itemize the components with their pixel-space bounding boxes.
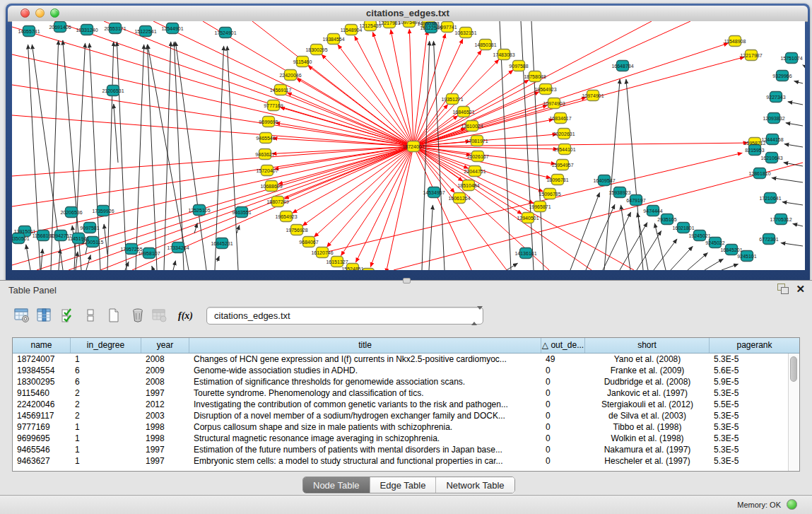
table-row[interactable]: 1938455462009Genome-wide association stu… xyxy=(13,365,799,376)
graph-edge xyxy=(370,146,413,267)
close-panel-icon[interactable]: ✕ xyxy=(796,284,805,294)
graph-node-label: 12217981 xyxy=(378,21,400,25)
graph-node-label: 8215953 xyxy=(745,148,764,153)
table-vertical-scrollbar[interactable] xyxy=(788,354,799,471)
network-graph: 1872400719384554183002959115460224200461… xyxy=(12,21,805,270)
graph-node-label: 15524851 xyxy=(341,267,363,271)
cell-pagerank: 5.3E-5 xyxy=(710,444,780,455)
graph-node-label: 16409547 xyxy=(593,178,615,183)
column-header-name[interactable]: name xyxy=(13,338,71,353)
column-header-pagerank[interactable]: pagerank xyxy=(710,338,799,353)
graph-node-label: 9329966 xyxy=(772,74,792,78)
table-row[interactable]: 1872400712008Changes of HCN gene express… xyxy=(13,354,799,365)
graph-node-label: 18096781 xyxy=(546,177,568,182)
create-column-icon[interactable] xyxy=(105,306,123,325)
table-type-tabs: Node TableEdge TableNetwork Table xyxy=(302,477,515,493)
cell-pagerank: 5.3E-5 xyxy=(710,455,780,467)
graph-node-label: 9463551 xyxy=(232,210,251,215)
column-header-short[interactable]: short xyxy=(585,338,710,353)
tab-node-table[interactable]: Node Table xyxy=(303,477,370,493)
graph-edge xyxy=(41,249,42,270)
graph-node-label: 16210643 xyxy=(760,156,782,160)
cell-name: 9465546 xyxy=(13,444,71,455)
cell-out_degree: 0 xyxy=(541,365,585,376)
graph-node-label: 10688609 xyxy=(260,184,282,189)
tab-edge-table[interactable]: Edge Table xyxy=(370,477,437,493)
select-all-columns-icon[interactable] xyxy=(59,306,78,325)
graph-node-label: 16834617 xyxy=(549,116,571,121)
graph-edge xyxy=(521,21,534,270)
graph-edge xyxy=(12,115,413,146)
graph-node-label: 14534957 xyxy=(423,190,445,195)
cell-out_degree: 0 xyxy=(541,376,585,387)
graph-node-label: 18807249 xyxy=(266,199,288,204)
network-view-window: citations_edges.txt 18724007193845541830… xyxy=(6,4,810,281)
cell-title: Estimation of significance thresholds fo… xyxy=(189,376,541,387)
table-row[interactable]: 969969511998Structural magnetic resonanc… xyxy=(13,433,799,444)
graph-node-label: 22420046 xyxy=(279,73,301,78)
graph-node-label: 15751074 xyxy=(780,56,802,61)
graph-node-label: 16120746 xyxy=(311,250,333,255)
table-row[interactable]: 977716911998Corpus callosum shape and si… xyxy=(13,421,799,433)
graph-node-label: 16151327 xyxy=(326,259,348,264)
graph-edge xyxy=(705,259,723,270)
table-row[interactable]: 946362711997Embryonic stem cells: a mode… xyxy=(13,455,799,467)
graph-node-label: 11548908 xyxy=(724,39,746,44)
graph-edge xyxy=(175,42,206,270)
table-row[interactable]: 2242004622012Investigating the contribut… xyxy=(13,399,799,410)
network-window-titlebar[interactable]: citations_edges.txt xyxy=(8,6,808,22)
graph-node-label: 14136141 xyxy=(514,251,536,256)
graph-node-label: 16026167 xyxy=(466,154,488,159)
function-builder-icon[interactable]: f(x) xyxy=(175,306,194,325)
tab-network-table[interactable]: Network Table xyxy=(436,477,514,493)
scrollbar-thumb[interactable] xyxy=(790,356,797,382)
table-selector-dropdown[interactable]: citations_edges.txt xyxy=(206,307,483,325)
memory-ok-indicator[interactable] xyxy=(787,499,797,510)
cell-short: Franke et al. (2009) xyxy=(585,365,710,376)
graph-node-label: 10974901 xyxy=(582,93,604,98)
unselect-all-columns-icon[interactable] xyxy=(81,306,100,325)
cell-pagerank: 5.9E-5 xyxy=(710,376,780,387)
float-window-icon[interactable] xyxy=(777,284,789,294)
graph-node-label: 15954957 xyxy=(551,163,573,168)
graph-node-label: 6772301 xyxy=(759,237,778,242)
graph-edge xyxy=(355,36,413,146)
graph-edge xyxy=(217,256,219,262)
table-row[interactable]: 911546021997Tourette syndrome. Phenomeno… xyxy=(13,387,799,399)
column-header-in_degree[interactable]: in_degree xyxy=(71,338,141,353)
cell-in_degree: 2 xyxy=(71,399,141,410)
network-canvas[interactable]: 1872400719384554183002959115460224200461… xyxy=(12,21,805,270)
delete-column-icon[interactable] xyxy=(129,306,147,325)
graph-node-label: 9777169 xyxy=(264,103,283,108)
show-columns-icon[interactable] xyxy=(35,306,54,325)
cell-in_degree: 1 xyxy=(71,421,141,433)
column-header-out_degree[interactable]: △ out_de... xyxy=(541,338,585,353)
graph-node-label: 17483083 xyxy=(493,52,514,57)
column-header-year[interactable]: year xyxy=(141,338,189,353)
cell-name: 19384554 xyxy=(13,365,71,376)
graph-edge xyxy=(688,253,707,270)
cell-name: 9777169 xyxy=(13,421,71,433)
cell-in_degree: 2 xyxy=(71,387,141,399)
table-body: 1872400712008Changes of HCN gene express… xyxy=(13,354,799,467)
table-row[interactable]: 1830029562008Estimation of significance … xyxy=(13,376,799,387)
graph-node[interactable] xyxy=(363,269,375,271)
graph-edge xyxy=(586,204,615,270)
table-mode-icon[interactable] xyxy=(13,306,31,325)
graph-edge xyxy=(637,213,648,270)
cell-pagerank: 5.5E-5 xyxy=(710,399,780,410)
cell-year: 1998 xyxy=(141,421,189,433)
graph-node-label: 14569117 xyxy=(270,88,292,93)
delete-table-icon[interactable] xyxy=(151,306,169,325)
graph-node-label: 9463627 xyxy=(255,152,274,157)
graph-node-label: 9684067 xyxy=(299,240,318,245)
cell-short: Tibbo et al. (1998) xyxy=(585,421,710,433)
graph-node-label: 14055741 xyxy=(18,29,40,34)
graph-node-label: 9227343 xyxy=(766,95,785,100)
table-row[interactable]: 946554611997Estimation of the future num… xyxy=(13,444,799,455)
graph-node-label: 12861810 xyxy=(748,171,770,176)
table-row[interactable]: 1456911722003Disruption of a novel membe… xyxy=(13,410,799,421)
graph-edge xyxy=(413,21,690,146)
column-header-title[interactable]: title xyxy=(189,338,541,353)
memory-status-label: Memory: OK xyxy=(737,501,781,509)
